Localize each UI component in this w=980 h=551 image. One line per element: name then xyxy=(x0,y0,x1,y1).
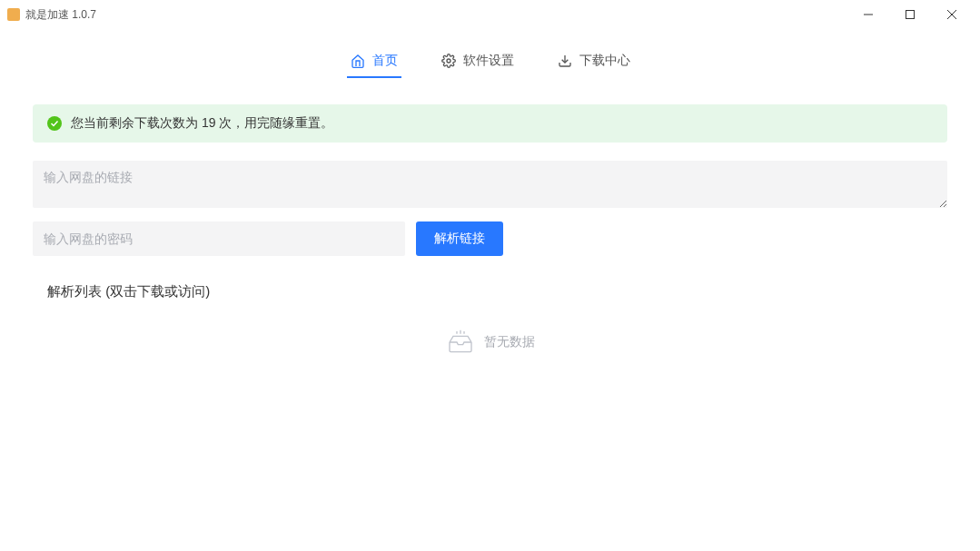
list-title: 解析列表 (双击下载或访问) xyxy=(47,283,947,300)
info-alert: 您当前剩余下载次数为 19 次，用完随缘重置。 xyxy=(33,104,947,143)
titlebar: 就是加速 1.0.7 xyxy=(0,0,980,29)
home-icon xyxy=(351,54,365,68)
svg-point-5 xyxy=(47,116,62,131)
tab-label: 软件设置 xyxy=(463,53,514,69)
titlebar-left: 就是加速 1.0.7 xyxy=(7,7,96,23)
close-icon xyxy=(947,10,956,19)
svg-rect-1 xyxy=(906,11,915,19)
minimize-button[interactable] xyxy=(847,0,889,29)
tabs: 首页 软件设置 下载中心 xyxy=(0,29,980,77)
alert-text: 您当前剩余下载次数为 19 次，用完随缘重置。 xyxy=(71,115,333,132)
parse-button[interactable]: 解析链接 xyxy=(416,221,503,256)
close-button[interactable] xyxy=(931,0,973,29)
empty-text: 暂无数据 xyxy=(484,334,535,350)
app-title: 就是加速 1.0.7 xyxy=(25,7,96,23)
empty-state: 暂无数据 xyxy=(33,328,947,357)
minimize-icon xyxy=(864,10,873,19)
maximize-button[interactable] xyxy=(889,0,931,29)
link-input[interactable] xyxy=(33,161,947,208)
svg-point-4 xyxy=(447,59,450,63)
tab-home[interactable]: 首页 xyxy=(347,45,401,76)
input-row: 解析链接 xyxy=(33,221,947,256)
check-circle-icon xyxy=(47,116,62,131)
tab-settings[interactable]: 软件设置 xyxy=(438,45,518,76)
download-icon xyxy=(558,54,572,68)
tab-label: 下载中心 xyxy=(579,53,630,69)
password-input[interactable] xyxy=(33,221,405,256)
empty-box-icon xyxy=(446,328,475,357)
maximize-icon xyxy=(906,10,915,19)
app-icon xyxy=(7,8,20,21)
gear-icon xyxy=(441,54,456,68)
window-controls xyxy=(847,0,973,29)
tab-download[interactable]: 下载中心 xyxy=(554,45,634,76)
content: 您当前剩余下载次数为 19 次，用完随缘重置。 解析链接 解析列表 (双击下载或… xyxy=(0,77,980,357)
tab-label: 首页 xyxy=(372,53,398,69)
